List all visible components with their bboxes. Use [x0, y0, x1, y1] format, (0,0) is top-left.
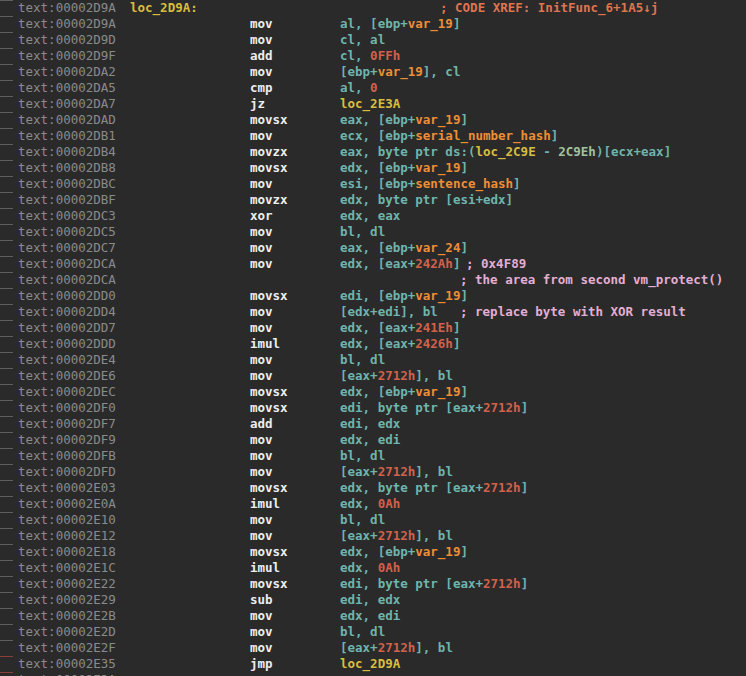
mnemonic: sub	[250, 592, 273, 608]
listing-line[interactable]: text:00002E3A	[0, 672, 746, 676]
listing-line[interactable]: text:00002E18movsxedx, [ebp+var_19]	[0, 544, 746, 560]
listing-line[interactable]: text:00002DBCmovesi, [ebp+sentence_hash]	[0, 176, 746, 192]
listing-line[interactable]: text:00002DB8movsxedx, [ebp+var_19]	[0, 160, 746, 176]
operand-registers: edx, [eax+	[340, 320, 415, 335]
listing-line[interactable]: text:00002E2Bmovedx, edi	[0, 608, 746, 624]
address-label: text:00002E1C	[18, 560, 116, 576]
listing-line[interactable]: text:00002DF9movedx, edi	[0, 432, 746, 448]
mnemonic: mov	[250, 608, 273, 624]
flow-tick	[0, 224, 13, 225]
listing-line[interactable]: text:00002D9Dmovcl, al	[0, 32, 746, 48]
mnemonic: mov	[250, 512, 273, 528]
operand-registers: bl, dl	[340, 224, 385, 239]
flow-tick	[0, 448, 13, 449]
flow-tick	[0, 464, 13, 465]
listing-line[interactable]: text:00002E22movsxedi, byte ptr [eax+271…	[0, 576, 746, 592]
operands: edx, [ebp+var_19]	[340, 384, 468, 400]
operand-registers: edx, byte ptr [eax+	[340, 480, 483, 495]
operands: bl, dl	[340, 512, 385, 528]
listing-line[interactable]: text:00002DE6mov[eax+2712h], bl	[0, 368, 746, 384]
listing-line[interactable]: text:00002DB1movecx, [ebp+serial_number_…	[0, 128, 746, 144]
mnemonic: add	[250, 416, 273, 432]
operand-registers: cl, al	[340, 32, 385, 47]
mnemonic: jz	[250, 96, 265, 112]
listing-line[interactable]: text:00002D9Faddcl, 0FFh	[0, 48, 746, 64]
operands: bl, dl	[340, 448, 385, 464]
user-comment: ; the area from second vm_protect()	[460, 272, 723, 288]
operand-registers: ]	[460, 240, 468, 255]
listing-line[interactable]: text:00002DFBmovbl, dl	[0, 448, 746, 464]
label-ref[interactable]: loc_2C9E	[475, 144, 535, 159]
mnemonic: movzx	[250, 192, 288, 208]
listing-line[interactable]: text:00002DFDmov[eax+2712h], bl	[0, 464, 746, 480]
number-literal: 0Ah	[378, 560, 401, 575]
flow-tick	[0, 96, 13, 97]
listing-line[interactable]: text:00002DA2mov[ebp+var_19], cl	[0, 64, 746, 80]
operands: edi, byte ptr [eax+2712h]	[340, 576, 528, 592]
operands: edx, byte ptr [eax+2712h]	[340, 480, 528, 496]
flow-tick	[0, 608, 13, 609]
listing-line[interactable]: text:00002E2Fmov[eax+2712h], bl	[0, 640, 746, 656]
user-comment: ; replace byte with XOR result	[460, 304, 686, 320]
listing-line[interactable]: text:00002D9Aloc_2D9A:; CODE XREF: InitF…	[0, 0, 746, 16]
listing-line[interactable]: text:00002D9Amoval, [ebp+var_19]	[0, 16, 746, 32]
address-label: text:00002DD7	[18, 320, 116, 336]
listing-line[interactable]: text:00002DC5movbl, dl	[0, 224, 746, 240]
listing-line[interactable]: text:00002E35jmploc_2D9A	[0, 656, 746, 672]
listing-line[interactable]: text:00002DECmovsxedx, [ebp+var_19]	[0, 384, 746, 400]
address-label: text:00002DB4	[18, 144, 116, 160]
listing-line[interactable]: text:00002DD4mov[edx+edi], bl; replace b…	[0, 304, 746, 320]
listing-line[interactable]: text:00002DD0movsxedi, [ebp+var_19]	[0, 288, 746, 304]
listing-line[interactable]: text:00002E12mov[eax+2712h], bl	[0, 528, 746, 544]
address-label: text:00002D9A	[18, 0, 116, 16]
operand-registers: ]	[521, 480, 529, 495]
operand-registers: [eax+	[340, 528, 378, 543]
address-label: text:00002DFD	[18, 464, 116, 480]
flow-tick	[0, 368, 13, 369]
listing-line[interactable]: text:00002DBFmovzxedx, byte ptr [esi+edx…	[0, 192, 746, 208]
address-label: text:00002DC5	[18, 224, 116, 240]
listing-line[interactable]: text:00002DDDimuledx, [eax+2426h]	[0, 336, 746, 352]
listing-line[interactable]: text:00002DF7addedi, edx	[0, 416, 746, 432]
address-label: text:00002DBF	[18, 192, 116, 208]
address-label: text:00002E2D	[18, 624, 116, 640]
listing-line[interactable]: text:00002DB4movzxeax, byte ptr ds:(loc_…	[0, 144, 746, 160]
mnemonic: mov	[250, 368, 273, 384]
operand-registers: edx, [ebp+	[340, 384, 415, 399]
flow-tick	[0, 272, 13, 273]
address-label: text:00002E3A	[18, 672, 116, 676]
listing-line[interactable]: text:00002DD7movedx, [eax+241Eh]	[0, 320, 746, 336]
label-ref[interactable]: loc_2D9A	[340, 656, 400, 671]
listing-line[interactable]: text:00002E29subedi, edx	[0, 592, 746, 608]
variable-ref: var_19	[415, 160, 460, 175]
listing-line[interactable]: text:00002DC3xoredx, eax	[0, 208, 746, 224]
operand-registers: eax, [ebp+	[340, 112, 415, 127]
listing-line[interactable]: text:00002DCAmovedx, [eax+242Ah]; 0x4F89	[0, 256, 746, 272]
operand-registers: ]	[460, 384, 468, 399]
label-definition[interactable]: loc_2D9A:	[130, 0, 198, 16]
listing-line[interactable]: text:00002E03movsxedx, byte ptr [eax+271…	[0, 480, 746, 496]
listing-line[interactable]: text:00002DE4movbl, dl	[0, 352, 746, 368]
label-ref[interactable]: loc_2E3A	[340, 96, 400, 111]
listing-line[interactable]: text:00002DF0movsxedi, byte ptr [eax+271…	[0, 400, 746, 416]
operands: edx, eax	[340, 208, 400, 224]
operands: eax, byte ptr ds:(loc_2C9E - 2C9Eh)[ecx+…	[340, 144, 671, 160]
flow-tick	[0, 80, 13, 81]
operands: edx, 0Ah	[340, 560, 400, 576]
operands: edx, [ebp+var_19]	[340, 160, 468, 176]
listing-line[interactable]: text:00002DA5cmpal, 0	[0, 80, 746, 96]
listing-line[interactable]: text:00002DC7moveax, [ebp+var_24]	[0, 240, 746, 256]
listing-line[interactable]: text:00002E10movbl, dl	[0, 512, 746, 528]
operand-registers: ]	[460, 288, 468, 303]
operand-registers: cl,	[340, 48, 370, 63]
operands: bl, dl	[340, 224, 385, 240]
listing-line[interactable]: text:00002DADmovsxeax, [ebp+var_19]	[0, 112, 746, 128]
listing-line[interactable]: text:00002E1Cimuledx, 0Ah	[0, 560, 746, 576]
listing-line[interactable]: text:00002DCA; the area from second vm_p…	[0, 272, 746, 288]
mnemonic: mov	[250, 256, 273, 272]
listing-line[interactable]: text:00002E2Dmovbl, dl	[0, 624, 746, 640]
operands: edi, byte ptr [eax+2712h]	[340, 400, 528, 416]
listing-line[interactable]: text:00002DA7jzloc_2E3A	[0, 96, 746, 112]
listing-line[interactable]: text:00002E0Aimuledx, 0Ah	[0, 496, 746, 512]
mnemonic: mov	[250, 32, 273, 48]
